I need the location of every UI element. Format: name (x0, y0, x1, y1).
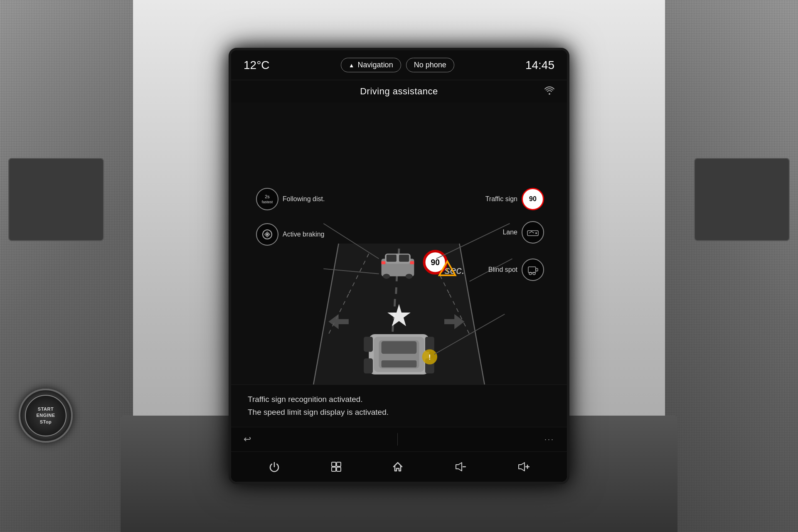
vent-right (694, 158, 790, 241)
status-line1: Traffic sign recognition activated. (248, 393, 550, 406)
section-title-bar: Driving assistance (231, 80, 567, 103)
start-engine-button[interactable]: START ENGINE STop (25, 395, 66, 436)
svg-rect-54 (337, 462, 341, 466)
svg-text:90: 90 (431, 258, 440, 267)
dashboard-right (665, 0, 798, 532)
blind-spot-feature[interactable]: Blind spot (488, 259, 544, 281)
driving-viz-area: ! 2 sec. 90 ! (231, 103, 567, 384)
vent-left (8, 158, 104, 241)
blind-spot-label: Blind spot (488, 266, 517, 273)
svg-point-48 (535, 232, 537, 234)
svg-rect-19 (410, 261, 414, 264)
svg-marker-59 (519, 463, 525, 471)
start-engine-area: START ENGINE STop (12, 382, 79, 449)
traffic-sign-label: Traffic sign (485, 195, 517, 203)
svg-rect-49 (528, 267, 536, 273)
lane-feature[interactable]: Lane (502, 221, 544, 244)
following-dist-feature[interactable]: Following dist. 2sfastest (256, 188, 325, 210)
following-dist-icon: 2sfastest (256, 188, 278, 210)
svg-rect-56 (337, 467, 341, 471)
svg-rect-30 (364, 358, 373, 373)
svg-rect-53 (332, 462, 336, 466)
svg-rect-15 (399, 255, 409, 262)
bottom-controls: ↩ ··· (231, 427, 567, 482)
lane-icon (522, 221, 544, 244)
svg-text:!: ! (446, 267, 448, 273)
infotainment-screen: 12°C ▲ Navigation No phone 14:45 Driving… (229, 48, 569, 484)
time-display: 14:45 (525, 59, 554, 72)
wifi-icon (544, 86, 554, 97)
header-buttons: ▲ Navigation No phone (341, 58, 454, 72)
svg-point-17 (406, 274, 413, 279)
svg-point-16 (383, 274, 390, 279)
start-engine-outer: START ENGINE STop (19, 389, 73, 443)
navigation-label: Navigation (358, 61, 393, 69)
active-braking-label: Active braking (283, 231, 325, 238)
traffic-sign-icon: 90 (522, 188, 544, 210)
svg-point-46 (266, 233, 268, 236)
grid-button[interactable] (324, 458, 349, 475)
back-button[interactable]: ↩ (244, 434, 251, 445)
lane-label: Lane (502, 229, 517, 236)
volume-down-button[interactable] (447, 458, 473, 475)
screen-header: 12°C ▲ Navigation No phone 14:45 (231, 50, 567, 80)
svg-rect-26 (382, 341, 417, 354)
status-text: Traffic sign recognition activated. The … (248, 393, 550, 419)
traffic-sign-feature[interactable]: Traffic sign 90 (485, 188, 544, 210)
status-line2: The speed limit sign display is activate… (248, 406, 550, 419)
following-dist-label: Following dist. (283, 195, 325, 203)
dashboard-left (0, 0, 133, 532)
section-title: Driving assistance (360, 86, 438, 97)
svg-rect-55 (332, 467, 336, 471)
temperature-display: 12°C (244, 59, 270, 72)
svg-rect-27 (382, 360, 417, 367)
blind-spot-icon (522, 259, 544, 281)
svg-rect-18 (382, 261, 386, 264)
phone-button[interactable]: No phone (406, 58, 454, 72)
screen-content: 12°C ▲ Navigation No phone 14:45 Driving… (231, 50, 567, 482)
power-button[interactable] (262, 458, 287, 475)
svg-rect-28 (364, 337, 373, 352)
navigation-arrow-icon: ▲ (349, 62, 355, 69)
active-braking-feature[interactable]: Active braking (256, 223, 325, 246)
home-button[interactable] (385, 458, 410, 475)
active-braking-icon (256, 223, 278, 246)
svg-rect-14 (387, 255, 397, 262)
svg-marker-57 (456, 463, 462, 471)
back-bar: ↩ ··· (231, 427, 567, 452)
status-area: Traffic sign recognition activated. The … (231, 384, 567, 427)
phone-label: No phone (414, 61, 446, 69)
main-nav-bar (231, 452, 567, 482)
more-button[interactable]: ··· (544, 435, 554, 444)
svg-rect-50 (536, 268, 538, 271)
navigation-button[interactable]: ▲ Navigation (341, 58, 401, 72)
svg-text:!: ! (429, 353, 431, 361)
divider (397, 433, 398, 446)
volume-up-button[interactable] (510, 458, 536, 475)
